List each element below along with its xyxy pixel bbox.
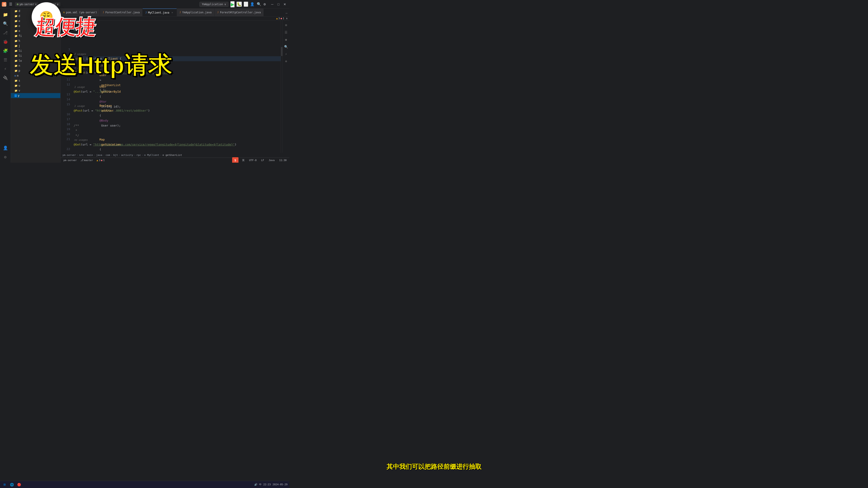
- breadcrumb-rpc[interactable]: rpc: [136, 154, 141, 157]
- tab-ymapp[interactable]: J YmApplication.java: [177, 8, 215, 16]
- tab-myclient[interactable]: J MyClient.java ✕: [143, 8, 177, 16]
- right-icon-6[interactable]: ⊕: [283, 59, 289, 64]
- activity-icon-search[interactable]: 🔍: [1, 20, 9, 28]
- breadcrumb-bjt[interactable]: bjt: [113, 154, 118, 157]
- status-warn-count: 3: [99, 159, 100, 162]
- debug-button[interactable]: 🐛: [237, 2, 242, 7]
- sidebar-item-e1[interactable]: 📁 e: [11, 19, 60, 24]
- sidebar-item-h[interactable]: 📁 h: [11, 38, 60, 43]
- activity-icon-plugins[interactable]: 🔌: [1, 74, 9, 82]
- tab-foresthttp[interactable]: J ForestHttpController.java: [215, 8, 264, 16]
- activity-icon-run[interactable]: ⚡: [1, 65, 9, 73]
- code-lines[interactable]: ▶ import ... 2 usages public interface M…: [72, 21, 281, 153]
- sidebar-item-y[interactable]: ☕ y: [11, 93, 60, 98]
- code-line-7: [74, 47, 281, 52]
- sidebar-item-n[interactable]: 📁 n: [11, 63, 60, 68]
- sidebar-item-v[interactable]: 📁 v: [11, 88, 60, 93]
- code-line-blank2: [74, 37, 281, 42]
- sidebar: 📁 d 📁 d 📁 e 📁 e 📁 e 📁 fi 📁 h 📁 j: [11, 8, 61, 163]
- sidebar-item-li1[interactable]: 📁 li: [11, 48, 60, 53]
- tab-pom[interactable]: m pom.xml (ym-server): [61, 8, 100, 16]
- sidebar-item-j[interactable]: 📁 j: [11, 43, 60, 48]
- sidebar-item-fi[interactable]: 📁 fi: [11, 33, 60, 38]
- status-err-icon: ●: [101, 159, 103, 162]
- sidebar-item-p[interactable]: 📁 p: [11, 68, 60, 73]
- folder-icon: 📁: [14, 30, 18, 33]
- right-icon-1[interactable]: ⊞: [283, 22, 289, 28]
- minimap-thumb[interactable]: [281, 47, 283, 56]
- status-ym-server[interactable]: ym-server: [62, 158, 78, 163]
- right-sidebar: ⊞ ☰ ◉ 🔍 ⚡ ⊕: [283, 21, 289, 153]
- line-num-15: 15: [61, 102, 70, 107]
- folder-icon: 📁: [14, 20, 18, 23]
- app-dropdown-icon: ∨: [224, 3, 226, 6]
- tab-close-myclient[interactable]: ✕: [170, 11, 174, 14]
- settings-icon[interactable]: ⚙: [264, 2, 266, 6]
- maximize-button[interactable]: □: [276, 2, 281, 6]
- activity-icon-structure[interactable]: ☰: [1, 56, 9, 64]
- sidebar-item-e2[interactable]: 📁 e: [11, 24, 60, 29]
- warning-badge[interactable]: ▲ 3 ● 1: [276, 17, 284, 20]
- close-button[interactable]: ✕: [282, 2, 287, 6]
- line-num-no-usage: .: [61, 142, 70, 147]
- activity-icon-account[interactable]: 👤: [1, 144, 9, 152]
- activity-icon-files[interactable]: 📁: [1, 10, 9, 19]
- activity-icon-git[interactable]: ⎇: [1, 29, 9, 37]
- sidebar-item-lo[interactable]: 📁 lo: [11, 58, 60, 63]
- breadcrumb-java[interactable]: java: [96, 154, 102, 157]
- expand-icon[interactable]: ∧: [286, 17, 287, 20]
- folder-icon: 📁: [14, 15, 18, 18]
- sidebar-item-d2[interactable]: 📁 d: [11, 13, 60, 19]
- minimize-button[interactable]: ─: [270, 2, 275, 6]
- hamburger-button[interactable]: ☰: [8, 1, 13, 7]
- get-user-method: getUserById: [99, 90, 121, 93]
- more-button[interactable]: ⋮: [244, 2, 248, 7]
- git-icon: ⎇: [81, 159, 84, 162]
- right-icon-4[interactable]: 🔍: [283, 44, 289, 50]
- sidebar-item-e3[interactable]: 📁 e: [11, 29, 60, 33]
- run-button[interactable]: ▶: [230, 1, 235, 7]
- tab-label-ymapp: YmApplication.java: [182, 11, 212, 14]
- search-icon[interactable]: 🔍: [257, 2, 261, 6]
- status-line-ending[interactable]: LF: [260, 158, 265, 163]
- right-icon-3[interactable]: ◉: [283, 37, 289, 42]
- status-warnings[interactable]: ▲ 3 ● 1: [96, 158, 105, 163]
- activity-icon-extensions[interactable]: 🧩: [1, 46, 9, 55]
- title-bar-right: 👤 🔍 ⚙ ─ □ ✕: [250, 2, 287, 6]
- sidebar-item-u[interactable]: 📁 u: [11, 83, 60, 88]
- run-app-button[interactable]: YmApplication ∨: [199, 2, 228, 7]
- breadcrumb-activity[interactable]: activity: [121, 154, 133, 157]
- activity-icon-debug[interactable]: 🐞: [1, 37, 9, 46]
- breadcrumb-getuserlist[interactable]: ⊙ getUserList: [162, 154, 182, 157]
- breadcrumb-com[interactable]: com: [105, 154, 110, 157]
- import-keyword: import: [76, 27, 87, 32]
- code-line-3: ▶ import ...: [74, 27, 281, 32]
- breadcrumb-main[interactable]: main: [87, 154, 93, 157]
- fold-icon[interactable]: ▶: [74, 27, 75, 32]
- status-language[interactable]: Java: [268, 158, 276, 163]
- sidebar-item-m[interactable]: m m: [11, 73, 60, 78]
- breadcrumb-ym-server[interactable]: ym-server: [62, 154, 76, 157]
- project-tag[interactable]: ym-server ∨: [15, 2, 38, 6]
- status-encoding[interactable]: UTF-8: [248, 158, 257, 163]
- breadcrumb-myclient[interactable]: ⊙ MyClient: [144, 154, 159, 157]
- account-icon[interactable]: 👤: [250, 2, 254, 6]
- right-icon-5[interactable]: ⚡: [283, 51, 289, 57]
- activity-bar: 📁 🔍 ⎇ 🐞 🧩 ☰ ⚡ 🔌 👤 ⚙: [0, 8, 11, 163]
- status-english[interactable]: 英: [241, 158, 246, 163]
- line-ending-label: LF: [261, 159, 264, 162]
- breadcrumb-src[interactable]: src: [79, 154, 84, 157]
- tab-forest[interactable]: J ForestController.java: [100, 8, 143, 16]
- s5-logo[interactable]: S: [232, 157, 239, 163]
- sidebar-item-li2[interactable]: 📁 li: [11, 53, 60, 58]
- tab-more-button[interactable]: ⋯: [284, 10, 289, 16]
- right-icon-2[interactable]: ☰: [283, 30, 289, 35]
- branch-tag[interactable]: ⎇ master ∨: [40, 2, 60, 6]
- status-branch[interactable]: ⎇ master: [80, 158, 94, 163]
- language-label: Java: [269, 159, 275, 162]
- sidebar-item-s[interactable]: 📁 s: [11, 78, 60, 83]
- line-num-8: 8: [61, 57, 70, 62]
- activity-icon-settings[interactable]: ⚙: [1, 153, 9, 161]
- bulb-icon-10[interactable]: 💡: [74, 70, 77, 75]
- sidebar-item-d1[interactable]: 📁 d: [11, 8, 60, 13]
